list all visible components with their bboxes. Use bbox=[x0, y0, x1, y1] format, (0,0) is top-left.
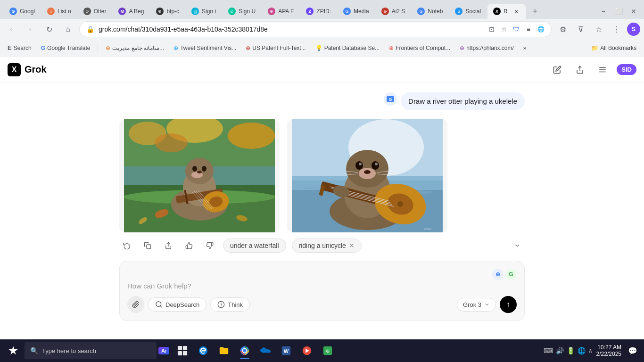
bookmark-tweet[interactable]: ⊕ Tweet Sentiment Vis... bbox=[170, 43, 240, 53]
tab-abeg[interactable]: M A Beg bbox=[113, 4, 149, 19]
samaneh-bm-icon: ⊕ bbox=[106, 45, 110, 51]
think-button[interactable]: Think bbox=[210, 297, 250, 312]
new-tab-button[interactable]: + bbox=[528, 5, 542, 18]
reading-mode-icon[interactable]: ≡ bbox=[524, 25, 533, 34]
extensions-button[interactable]: ⚙ bbox=[555, 22, 570, 37]
taskbar-media-player[interactable] bbox=[297, 341, 316, 360]
taskbar-edge[interactable] bbox=[194, 341, 213, 360]
bookmark-samaneh[interactable]: ⊕ سامانه جامع مدیریت... bbox=[102, 43, 168, 53]
bookmarks-more[interactable]: » bbox=[520, 43, 530, 53]
notification-button[interactable]: 💬 bbox=[625, 343, 640, 358]
taskbar-search[interactable]: 🔍 Type here to search bbox=[25, 342, 157, 359]
back-button[interactable]: ‹ bbox=[4, 22, 19, 37]
bookmark-phlanx-label: https://phlanx.com/ bbox=[466, 45, 514, 51]
expand-suggestions-button[interactable] bbox=[510, 238, 525, 253]
tab-sign1[interactable]: ||| Sign i bbox=[186, 4, 222, 19]
taskbar-word[interactable]: W bbox=[277, 341, 296, 360]
security-icon: 🔒 bbox=[85, 25, 95, 34]
send-button[interactable]: ↑ bbox=[500, 296, 517, 313]
tab-zpid[interactable]: Z ZPID: bbox=[300, 4, 337, 19]
svg-point-67 bbox=[156, 302, 161, 307]
browser-menu[interactable]: ⋮ bbox=[609, 22, 624, 37]
share-response-button[interactable] bbox=[161, 238, 176, 253]
network-icon[interactable]: 🌐 bbox=[578, 347, 586, 354]
tab-label-zpid: ZPID: bbox=[316, 8, 331, 15]
start-button[interactable] bbox=[4, 341, 23, 360]
tab-btp[interactable]: ⊕ btp-c bbox=[150, 4, 185, 19]
tab-apa[interactable]: ⊕ APA F bbox=[262, 4, 299, 19]
menu-button[interactable] bbox=[594, 61, 611, 78]
attach-button[interactable] bbox=[127, 296, 144, 313]
translate-icon[interactable]: 🌐 bbox=[536, 25, 545, 34]
otter-image-2: visai bbox=[287, 119, 447, 232]
ai-badge[interactable]: Ai bbox=[158, 347, 169, 354]
bookmark-patent[interactable]: ⊕ US Patent Full-Text... bbox=[242, 43, 309, 53]
browser-chrome: G Googl ☆ List o ⊙ Otter M A Beg ⊕ btp-c… bbox=[0, 0, 644, 57]
extension-icon[interactable]: 🛡 bbox=[512, 25, 521, 34]
tab-notelb[interactable]: G Noteb bbox=[412, 4, 448, 19]
battery-icon[interactable]: 🔋 bbox=[567, 347, 575, 354]
taskbar-chrome[interactable] bbox=[235, 341, 254, 360]
download-button[interactable]: ⊽ bbox=[573, 22, 588, 37]
keyboard-icon[interactable]: ⌨ bbox=[544, 347, 553, 354]
tab-sign2[interactable]: ⊙ Sign U bbox=[223, 4, 261, 19]
suggestion-unicycle-close[interactable]: ✕ bbox=[349, 242, 355, 249]
profile-button[interactable]: S bbox=[627, 23, 640, 36]
grok-logo[interactable]: X Grok bbox=[8, 63, 47, 76]
bookmark-star-icon[interactable]: ☆ bbox=[499, 25, 509, 34]
volume-icon[interactable]: 🔊 bbox=[556, 347, 564, 354]
reload-button[interactable]: ↻ bbox=[41, 22, 57, 37]
tab-list[interactable]: ☆ List o bbox=[41, 4, 77, 19]
address-bar[interactable]: 🔒 grok.com/chat/310da931-e5aa-463a-b10a-… bbox=[79, 21, 552, 37]
bookmark-translate-label: Google Translate bbox=[47, 45, 90, 51]
close-window-button[interactable]: ✕ bbox=[627, 5, 640, 18]
tab-otter[interactable]: ⊙ Otter bbox=[78, 4, 112, 19]
taskbar-onedrive[interactable] bbox=[256, 341, 275, 360]
edit-button[interactable] bbox=[549, 61, 566, 78]
minimize-button[interactable]: − bbox=[597, 5, 610, 18]
grok-search-toggle[interactable]: G bbox=[505, 269, 517, 280]
image-card-1[interactable] bbox=[119, 119, 280, 232]
maximize-button[interactable]: ⬜ bbox=[612, 5, 625, 18]
show-hidden-icons[interactable]: ∧ bbox=[588, 347, 593, 354]
taskbar-task-view[interactable] bbox=[173, 341, 192, 360]
favorites-button[interactable]: ☆ bbox=[591, 22, 606, 37]
copy-button[interactable] bbox=[140, 238, 155, 253]
suggestion-unicycle[interactable]: riding a unicycle ✕ bbox=[292, 239, 362, 253]
suggestion-waterfall[interactable]: under a waterfall bbox=[223, 239, 286, 253]
thumbs-up-button[interactable] bbox=[182, 238, 197, 253]
user-badge[interactable]: SID bbox=[617, 64, 636, 75]
bookmark-patent-db[interactable]: 💡 Patent Database Se... bbox=[312, 43, 383, 53]
bookmark-google-translate[interactable]: G Google Translate bbox=[37, 43, 94, 53]
bookmark-phlanx[interactable]: ⊕ https://phlanx.com/ bbox=[456, 43, 518, 53]
bookmark-search[interactable]: E Search bbox=[4, 42, 35, 53]
screen-cast-icon[interactable]: ⊡ bbox=[487, 25, 496, 34]
svg-point-49 bbox=[364, 170, 371, 174]
google-search-toggle[interactable]: ⊕ bbox=[492, 269, 504, 280]
share-button[interactable] bbox=[571, 61, 588, 78]
image-card-2[interactable]: visai bbox=[287, 119, 447, 232]
tab-controls: − ⬜ ✕ bbox=[597, 5, 640, 18]
thumbs-down-button[interactable] bbox=[202, 238, 217, 253]
taskbar-explorer[interactable] bbox=[215, 341, 233, 360]
home-button[interactable]: ⌂ bbox=[60, 22, 75, 37]
svg-point-12 bbox=[155, 133, 188, 152]
all-bookmarks[interactable]: 📁 All Bookmarks bbox=[587, 43, 640, 53]
tab-grok[interactable]: X R ✕ bbox=[487, 4, 526, 19]
bookmark-frontiers[interactable]: ⊕ Frontiers of Comput... bbox=[385, 43, 454, 53]
translate-bm-icon: G bbox=[41, 45, 45, 51]
tab-google[interactable]: G Googl bbox=[4, 4, 41, 19]
model-selector[interactable]: Grok 3 bbox=[457, 298, 496, 312]
forward-button[interactable]: › bbox=[23, 22, 38, 37]
taskbar-datetime[interactable]: 10:27 AM 2/22/2025 bbox=[596, 344, 621, 357]
chat-input[interactable] bbox=[127, 282, 517, 290]
tab-close-grok[interactable]: ✕ bbox=[512, 8, 520, 15]
tab-ai2s[interactable]: ⊕ Ai2 S bbox=[376, 4, 411, 19]
tab-media[interactable]: G Media bbox=[338, 4, 375, 19]
chat-area[interactable]: G Draw a river otter playing a ukelele bbox=[0, 83, 644, 362]
tab-social[interactable]: S Social bbox=[449, 4, 487, 19]
regenerate-button[interactable] bbox=[119, 238, 134, 253]
header-actions: SID bbox=[549, 61, 636, 78]
deep-search-button[interactable]: DeepSearch bbox=[148, 297, 206, 312]
taskbar-maps[interactable]: ⊕ bbox=[318, 341, 337, 360]
